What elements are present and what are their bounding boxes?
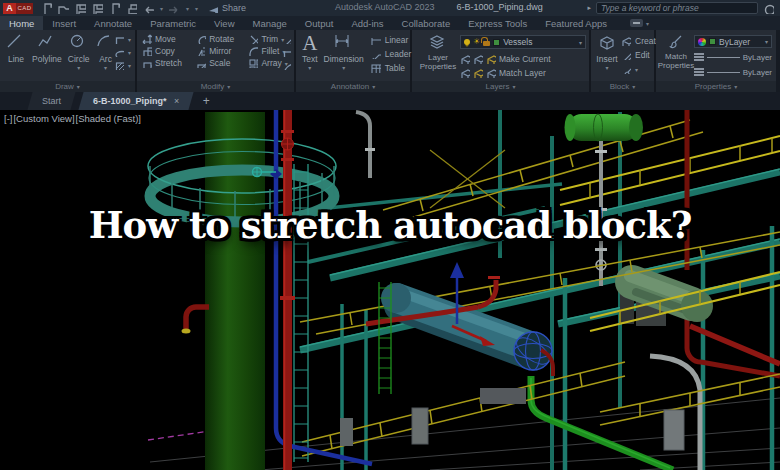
search-expand-icon[interactable]: ▸ <box>587 4 591 12</box>
title-bar: A CAD ▾ ▾ ▾ Share Autodesk AutoCAD 2023 … <box>0 0 780 16</box>
layer-properties-button[interactable]: Layer Properties <box>418 34 458 71</box>
panel-properties: Match Properties ByLayer ByLayer ByLayer <box>656 30 776 92</box>
lineweight-icon <box>694 53 704 55</box>
redo-icon[interactable] <box>169 3 180 14</box>
file-tab-active[interactable]: 6-B-1000_Piping* × <box>78 92 193 110</box>
app-title: Autodesk AutoCAD 2023 <box>335 2 435 12</box>
hatch-tool[interactable] <box>114 60 131 70</box>
search-icon[interactable] <box>763 3 774 14</box>
mirror-tool[interactable]: Mirror <box>196 46 240 56</box>
tab-express-tools[interactable]: Express Tools <box>459 16 536 30</box>
new-file-icon[interactable] <box>41 3 52 14</box>
table-tool[interactable]: Table <box>370 62 418 73</box>
linetype-dropdown[interactable]: ByLayer <box>694 66 772 78</box>
linetype-icon <box>694 68 704 70</box>
tab-add-ins[interactable]: Add-ins <box>342 16 392 30</box>
lineweight-dropdown[interactable]: ByLayer <box>694 51 772 63</box>
undo-dropdown-icon[interactable]: ▾ <box>160 5 163 12</box>
explode-tool-icon[interactable] <box>282 48 291 57</box>
visual-style-menu[interactable]: [Shaded (Fast)] <box>76 113 141 124</box>
file-tab-start[interactable]: Start <box>27 92 75 110</box>
autocad-window: A CAD ▾ ▾ ▾ Share Autodesk AutoCAD 2023 … <box>0 0 780 470</box>
polyline-tool[interactable]: Polyline <box>32 33 62 71</box>
tab-collaborate[interactable]: Collaborate <box>393 16 460 30</box>
rotate-tool[interactable]: Rotate <box>196 34 240 44</box>
panel-block-label[interactable]: Block <box>591 81 654 92</box>
match-layer-button[interactable]: Match Layer <box>460 68 546 78</box>
insert-block-button[interactable]: Insert <box>595 35 619 71</box>
drawing-viewport[interactable]: [-] [Custom View] [Shaded (Fast)] <box>0 110 780 470</box>
create-block-button[interactable]: Create <box>621 36 661 46</box>
ellipse-tool[interactable] <box>114 47 131 57</box>
plot-icon[interactable] <box>109 3 120 14</box>
panel-draw-label[interactable]: Draw <box>0 81 135 92</box>
tab-parametric[interactable]: Parametric <box>141 16 205 30</box>
ribbon: Line Polyline Circle Arc <box>0 30 780 92</box>
ribbon-tab-row: Home Insert Annotate Parametric View Man… <box>0 16 780 30</box>
window-title: Autodesk AutoCAD 2023 6-B-1000_Piping.dw… <box>335 2 543 12</box>
layer-unlock-icon[interactable] <box>483 41 490 46</box>
text-a-icon: A <box>302 33 317 53</box>
qat-customize-icon[interactable]: ▾ <box>195 5 198 12</box>
line-tool[interactable]: Line <box>6 33 26 71</box>
share-button[interactable]: Share <box>208 3 246 13</box>
dimension-tool[interactable]: Dimension <box>324 33 364 73</box>
copy-tool[interactable]: Copy <box>142 46 188 56</box>
panel-modify: Move Rotate Trim Copy Mirror Fillet Stre… <box>137 30 296 92</box>
file-tab-bar: Start 6-B-1000_Piping* × + <box>0 92 780 110</box>
layer-on-icon[interactable] <box>464 39 470 45</box>
make-current-button[interactable]: Make Current <box>460 54 551 64</box>
paper-plane-icon <box>208 3 218 13</box>
tab-annotate[interactable]: Annotate <box>85 16 141 30</box>
viewport-menu[interactable]: [-] <box>4 113 12 124</box>
new-tab-button[interactable]: + <box>203 92 210 110</box>
save-icon[interactable] <box>75 3 86 14</box>
close-tab-icon[interactable]: × <box>174 96 179 106</box>
logo-cad-badge: CAD <box>16 3 33 14</box>
layer-dropdown[interactable]: ☀ Vessels <box>460 35 586 49</box>
panel-modify-label[interactable]: Modify <box>137 81 294 92</box>
print-icon[interactable] <box>126 3 137 14</box>
logo-a-badge: A <box>3 3 16 14</box>
offset-tool-icon[interactable] <box>282 61 291 70</box>
tab-insert[interactable]: Insert <box>43 16 85 30</box>
leader-tool[interactable]: Leader <box>370 48 418 59</box>
tab-view[interactable]: View <box>205 16 243 30</box>
panel-annotation-label[interactable]: Annotation <box>296 81 410 92</box>
view-menu[interactable]: [Custom View] <box>13 113 74 124</box>
layer-thaw-icon[interactable]: ☀ <box>473 38 480 46</box>
stretch-tool[interactable]: Stretch <box>142 58 188 68</box>
tab-featured-apps[interactable]: Featured Apps <box>536 16 616 30</box>
arc-tool[interactable]: Arc <box>96 33 116 71</box>
piping-3d-scene <box>0 110 780 470</box>
autocad-logo[interactable]: A CAD <box>3 3 33 14</box>
quick-access-toolbar: ▾ ▾ ▾ <box>41 3 198 14</box>
edit-block-button[interactable]: Edit <box>621 50 661 60</box>
search-input[interactable] <box>596 2 758 14</box>
linear-dimension-tool[interactable]: Linear <box>370 34 418 45</box>
save-as-icon[interactable] <box>92 3 103 14</box>
erase-tool-icon[interactable] <box>282 35 291 44</box>
move-tool[interactable]: Move <box>142 34 188 44</box>
tab-manage[interactable]: Manage <box>244 16 296 30</box>
circle-tool[interactable]: Circle <box>68 33 90 71</box>
redo-dropdown-icon[interactable]: ▾ <box>186 5 189 12</box>
block-attributes-button[interactable] <box>621 64 661 74</box>
scale-tool[interactable]: Scale <box>196 58 240 68</box>
open-folder-icon[interactable] <box>58 3 69 14</box>
color-swatch <box>709 38 716 45</box>
panel-layers-label[interactable]: Layers <box>412 81 589 92</box>
panel-draw: Line Polyline Circle Arc <box>0 30 137 92</box>
current-layer-name: Vessels <box>503 37 576 47</box>
undo-icon[interactable] <box>143 3 154 14</box>
layer-color-swatch[interactable] <box>493 39 500 46</box>
panel-layers: Layer Properties ☀ Vessels Make Current … <box>412 30 591 92</box>
object-color-dropdown[interactable]: ByLayer <box>694 35 772 48</box>
match-properties-button[interactable]: Match Properties <box>659 34 693 70</box>
rectangle-tool[interactable] <box>114 34 131 44</box>
tab-home[interactable]: Home <box>0 16 43 30</box>
tab-output[interactable]: Output <box>296 16 343 30</box>
text-tool[interactable]: A Text <box>302 33 318 73</box>
panel-properties-label[interactable]: Properties <box>656 81 776 92</box>
ribbon-minimize-button[interactable] <box>630 16 649 30</box>
